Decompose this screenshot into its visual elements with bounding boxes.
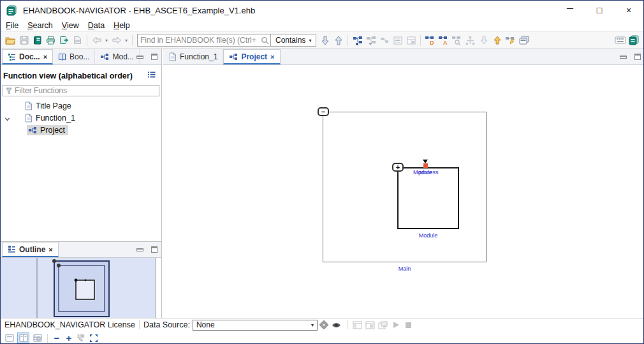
zoom-level-button[interactable]: 100 % xyxy=(76,334,85,342)
minimize-panel-icon[interactable] xyxy=(136,248,143,251)
keyboard-shortcuts-button[interactable] xyxy=(613,33,627,47)
open-file-button[interactable] xyxy=(4,33,17,47)
function-view-header: Function view (alphabetical order) xyxy=(1,65,161,84)
measure-list-button[interactable] xyxy=(351,321,364,329)
list-view-button[interactable] xyxy=(391,33,404,47)
menu-data[interactable]: Data xyxy=(84,21,109,30)
contains-dropdown[interactable]: Contains ▾ xyxy=(270,34,316,46)
data-source-dropdown[interactable]: None ▾ xyxy=(193,320,318,331)
tab-bookmarks[interactable]: Boo... xyxy=(53,49,95,64)
module-port-marker[interactable] xyxy=(423,163,428,168)
process-label: process xyxy=(418,169,439,176)
menu-view[interactable]: View xyxy=(57,21,84,30)
module-block-label: Module xyxy=(397,232,459,239)
collapse-hierarchy-button[interactable] xyxy=(364,33,377,47)
single-page-view-button[interactable] xyxy=(3,333,15,343)
search-data-button[interactable]: D xyxy=(423,33,437,47)
start-visualization-button[interactable] xyxy=(390,321,402,329)
eye-icon xyxy=(332,322,341,329)
outline-tabbar: Outline × xyxy=(1,242,161,258)
status-bar: EHANDBOOK_NAVIGATOR License Data Source:… xyxy=(1,318,644,331)
navigate-forward-button[interactable] xyxy=(110,33,123,47)
open-handbook-button[interactable] xyxy=(31,33,44,47)
zoom-in-button[interactable]: + xyxy=(64,333,74,343)
minimize-panel-icon[interactable] xyxy=(136,56,143,59)
data-source-settings-button[interactable] xyxy=(318,320,330,329)
view-menu-icon[interactable] xyxy=(147,71,156,80)
save-button[interactable] xyxy=(17,33,31,47)
diagram-canvas[interactable]: − Main + Module process Module xyxy=(163,65,644,318)
thumbnail-page-icon xyxy=(33,334,42,342)
close-icon[interactable]: × xyxy=(48,246,52,253)
tab-document-view[interactable]: Doc... × xyxy=(2,49,53,64)
arrow-up-icon xyxy=(335,36,342,45)
step-out-button[interactable] xyxy=(490,33,504,47)
filter-functions-input[interactable] xyxy=(15,86,156,95)
tab-project[interactable]: Project × xyxy=(223,49,280,64)
menu-help[interactable]: Help xyxy=(109,21,135,30)
close-icon[interactable]: × xyxy=(43,53,47,61)
chevron-expanded-icon[interactable] xyxy=(4,115,10,124)
goto-model-button[interactable] xyxy=(504,33,517,47)
toolbar-separator xyxy=(348,35,348,46)
measure-list-icon xyxy=(353,321,362,329)
title-bar: EHANDBOOK-NAVIGATOR - EHB_ASCET6_Example… xyxy=(1,1,643,20)
export-icon xyxy=(59,36,69,45)
stop-visualization-button[interactable] xyxy=(402,322,415,329)
measure-grid-button[interactable] xyxy=(364,321,377,329)
search-model-button[interactable] xyxy=(450,33,464,47)
search-labels-icon: A xyxy=(438,36,449,45)
measure-window-button[interactable] xyxy=(377,321,390,329)
menu-search[interactable]: Search xyxy=(23,21,57,30)
window-minimize-button[interactable]: ─ xyxy=(555,1,585,20)
table-view-button[interactable] xyxy=(404,33,418,47)
maximize-panel-icon[interactable] xyxy=(634,54,641,60)
maximize-panel-icon[interactable] xyxy=(151,246,157,253)
find-previous-button[interactable] xyxy=(332,33,345,47)
window-close-button[interactable]: × xyxy=(614,1,643,20)
collapse-all-button[interactable] xyxy=(377,33,391,47)
expand-hierarchy-button[interactable] xyxy=(351,33,364,47)
split-page-view-button[interactable] xyxy=(17,333,29,343)
pdf-export-button[interactable] xyxy=(71,33,84,47)
model-diagram-icon xyxy=(100,53,109,61)
split-view-button[interactable] xyxy=(464,33,477,47)
outline-thumbnail[interactable] xyxy=(1,258,161,318)
module-block[interactable] xyxy=(397,167,459,229)
filter-funnel-icon xyxy=(6,87,12,94)
arrow-down-light-icon xyxy=(480,36,488,45)
close-icon[interactable]: × xyxy=(270,53,274,61)
forward-history-caret[interactable]: ▾ xyxy=(123,38,129,43)
maximize-panel-icon[interactable] xyxy=(151,54,157,60)
minimize-panel-icon[interactable] xyxy=(620,56,627,59)
find-input[interactable] xyxy=(138,36,259,45)
arrow-up-yellow-icon xyxy=(494,36,501,45)
function-view-title: Function view (alphabetical order) xyxy=(3,71,133,80)
tab-model-view[interactable]: Mod... xyxy=(95,49,139,64)
navigate-back-button[interactable] xyxy=(90,33,103,47)
menu-file[interactable]: File xyxy=(1,21,23,30)
measure-grid-icon xyxy=(365,321,375,329)
step-into-button[interactable] xyxy=(477,33,490,47)
thumbnail-view-button[interactable] xyxy=(31,333,43,343)
export-button[interactable] xyxy=(57,33,71,47)
tab-outline[interactable]: Outline × xyxy=(2,242,59,257)
show-panel-button[interactable] xyxy=(517,33,531,47)
back-history-caret[interactable]: ▾ xyxy=(103,38,110,43)
tree-item-project[interactable]: Project xyxy=(1,124,161,136)
fit-to-screen-button[interactable] xyxy=(87,333,99,343)
collapse-main-button[interactable]: − xyxy=(318,107,329,116)
search-labels-button[interactable]: A xyxy=(437,33,450,47)
ehb-info-button[interactable] xyxy=(627,33,640,47)
zoom-out-button[interactable]: − xyxy=(52,333,62,343)
print-button[interactable] xyxy=(44,33,57,47)
expand-module-button[interactable]: + xyxy=(392,163,404,172)
tree-item-title-page[interactable]: Title Page xyxy=(1,100,161,112)
list-view-icon xyxy=(393,36,402,45)
tab-function-1[interactable]: Function_1 xyxy=(164,49,223,64)
forward-arrow-icon xyxy=(112,36,122,44)
find-next-button[interactable] xyxy=(318,33,332,47)
window-maximize-button[interactable]: □ xyxy=(585,1,614,20)
tree-item-function-1[interactable]: Function_1 xyxy=(1,112,161,124)
show-values-button[interactable] xyxy=(330,322,343,329)
